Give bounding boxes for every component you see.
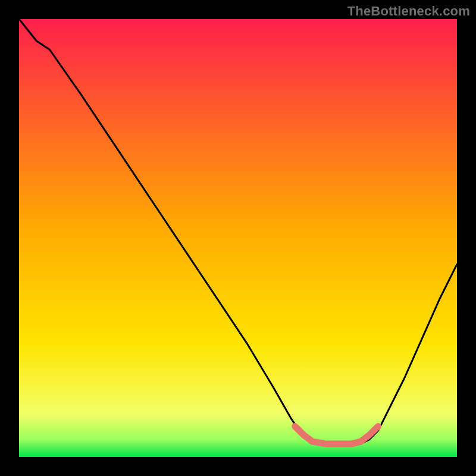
gradient-background (19, 19, 457, 457)
watermark-text: TheBottleneck.com (347, 4, 470, 19)
bottleneck-chart (19, 19, 457, 457)
chart-frame (19, 19, 457, 457)
